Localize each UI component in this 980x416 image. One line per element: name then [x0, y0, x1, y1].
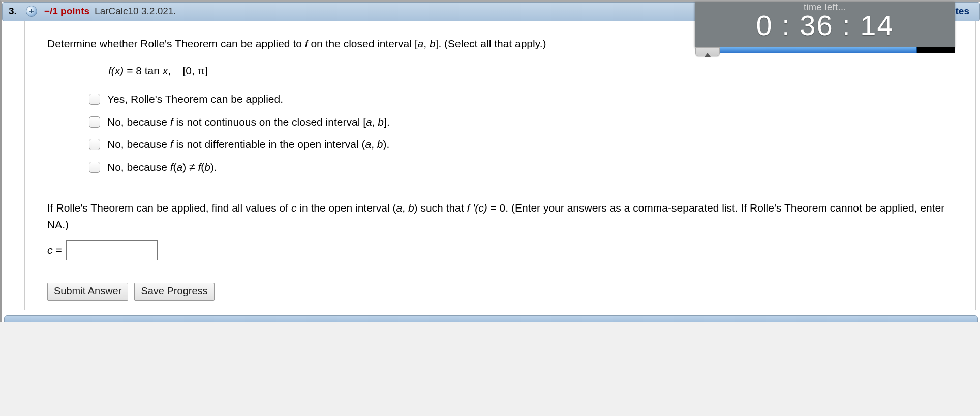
question-body: Determine whether Rolle's Theorem can be…	[24, 21, 976, 310]
question-container: 3. + −/1 points LarCalc10 3.2.021. My No…	[0, 0, 980, 322]
prompt-text: ,	[423, 38, 430, 49]
part2-var-b: b	[408, 202, 414, 214]
formula-comma: ,	[168, 65, 171, 76]
question-number: 3.	[9, 6, 17, 17]
choice-checkbox-4[interactable]	[89, 162, 100, 173]
prompt-var-a: a	[418, 38, 424, 49]
prompt-text: ]. (Select all that apply.)	[436, 38, 546, 49]
choice-label: No, because f is not differentiable in t…	[107, 136, 389, 153]
choice-row: No, because f is not continuous on the c…	[89, 114, 953, 131]
choice-checkbox-3[interactable]	[89, 139, 100, 150]
choice-label: No, because f(a) ≠ f(b).	[107, 159, 217, 176]
choice-label: No, because f is not continuous on the c…	[107, 114, 390, 131]
part2-text: ,	[402, 202, 408, 214]
formula-interval: [0, π]	[183, 65, 208, 76]
c-var: c	[47, 244, 53, 256]
chevron-up-icon	[705, 53, 711, 57]
next-question-header-peek	[4, 315, 978, 322]
expand-icon[interactable]: +	[26, 6, 37, 17]
formula-lhs: f(x)	[108, 65, 124, 76]
prompt-var-b: b	[430, 38, 436, 49]
points-label: −/1 points	[44, 6, 89, 17]
part2-text: in the open interval (	[296, 202, 396, 214]
save-progress-button[interactable]: Save Progress	[134, 283, 214, 301]
timer-progress-fill	[720, 47, 917, 53]
part2-var-a: a	[396, 202, 403, 214]
choice-list: Yes, Rolle's Theorem can be applied. No,…	[89, 91, 953, 175]
part2-prompt: If Rolle's Theorem can be applied, find …	[47, 200, 953, 233]
formula-coeff: 8	[136, 65, 142, 76]
part2-fprime: f '(c)	[467, 202, 487, 214]
formula-eq: =	[124, 65, 136, 76]
timer-collapse-button[interactable]	[695, 47, 720, 56]
c-label: c =	[47, 242, 62, 259]
formula: f(x) = 8 tan x, [0, π]	[108, 63, 953, 79]
part2-var-c: c	[291, 202, 297, 214]
c-input[interactable]	[66, 240, 158, 260]
c-eq: =	[53, 244, 62, 256]
submit-answer-button[interactable]: Submit Answer	[47, 283, 128, 301]
answer-row: c =	[47, 240, 953, 260]
choice-row: No, because f is not differentiable in t…	[89, 136, 953, 153]
timer-panel: time left... 0 : 36 : 14	[695, 2, 955, 47]
button-row: Submit Answer Save Progress	[47, 283, 953, 301]
choice-checkbox-1[interactable]	[89, 94, 100, 105]
choice-row: No, because f(a) ≠ f(b).	[89, 159, 953, 176]
part2-text: ) such that	[414, 202, 467, 214]
prompt-text: on the closed interval [	[308, 38, 418, 49]
source-reference: LarCalc10 3.2.021.	[95, 6, 176, 17]
choice-row: Yes, Rolle's Theorem can be applied.	[89, 91, 953, 108]
choice-label: Yes, Rolle's Theorem can be applied.	[107, 91, 283, 108]
timer-progress-track	[720, 47, 955, 53]
prompt-text: Determine whether Rolle's Theorem can be…	[47, 38, 305, 49]
formula-x: x	[163, 65, 168, 76]
choice-checkbox-2[interactable]	[89, 116, 100, 128]
formula-tan: tan	[142, 65, 163, 76]
timer-countdown: 0 : 36 : 14	[703, 10, 946, 41]
part2-text: If Rolle's Theorem can be applied, find …	[47, 202, 291, 214]
